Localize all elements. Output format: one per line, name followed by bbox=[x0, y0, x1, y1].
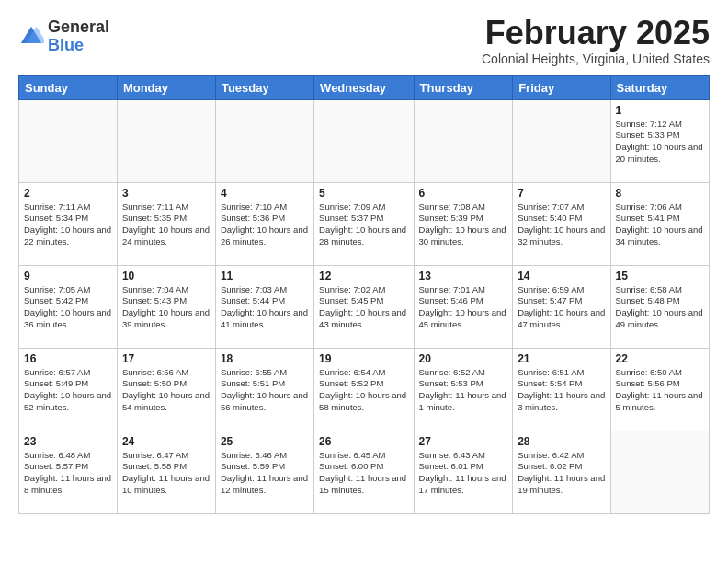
day-number: 27 bbox=[419, 435, 508, 448]
calendar-day-cell: 11Sunrise: 7:03 AM Sunset: 5:44 PM Dayli… bbox=[215, 265, 313, 348]
day-number: 13 bbox=[419, 270, 508, 282]
calendar-day-cell bbox=[414, 99, 513, 182]
page: General Blue February 2025 Colonial Heig… bbox=[0, 0, 728, 523]
calendar-day-cell: 12Sunrise: 7:02 AM Sunset: 5:45 PM Dayli… bbox=[314, 265, 414, 348]
calendar-day-cell: 5Sunrise: 7:09 AM Sunset: 5:37 PM Daylig… bbox=[314, 182, 414, 265]
day-number: 8 bbox=[616, 187, 704, 200]
calendar-day-header: Wednesday bbox=[314, 75, 414, 99]
day-info: Sunrise: 7:03 AM Sunset: 5:44 PM Dayligh… bbox=[221, 284, 309, 331]
calendar-day-cell bbox=[215, 99, 313, 182]
location-subtitle: Colonial Heights, Virginia, United State… bbox=[482, 52, 710, 66]
calendar-day-cell: 1Sunrise: 7:12 AM Sunset: 5:33 PM Daylig… bbox=[610, 99, 709, 182]
header: General Blue February 2025 Colonial Heig… bbox=[18, 15, 710, 66]
calendar-day-cell: 25Sunrise: 6:46 AM Sunset: 5:59 PM Dayli… bbox=[215, 431, 313, 513]
day-info: Sunrise: 6:47 AM Sunset: 5:58 PM Dayligh… bbox=[122, 450, 210, 497]
day-number: 16 bbox=[24, 352, 112, 365]
day-info: Sunrise: 7:08 AM Sunset: 5:39 PM Dayligh… bbox=[419, 201, 508, 248]
day-number: 22 bbox=[616, 352, 704, 365]
calendar-day-cell: 23Sunrise: 6:48 AM Sunset: 5:57 PM Dayli… bbox=[19, 431, 118, 513]
calendar-day-cell: 28Sunrise: 6:42 AM Sunset: 6:02 PM Dayli… bbox=[513, 431, 610, 513]
calendar-day-cell bbox=[513, 99, 610, 182]
calendar-day-cell: 17Sunrise: 6:56 AM Sunset: 5:50 PM Dayli… bbox=[117, 348, 215, 431]
day-number: 15 bbox=[616, 270, 704, 282]
day-info: Sunrise: 7:09 AM Sunset: 5:37 PM Dayligh… bbox=[319, 201, 408, 248]
calendar-week-row: 16Sunrise: 6:57 AM Sunset: 5:49 PM Dayli… bbox=[19, 348, 710, 431]
calendar-day-cell: 26Sunrise: 6:45 AM Sunset: 6:00 PM Dayli… bbox=[314, 431, 414, 513]
calendar-day-header: Friday bbox=[513, 75, 610, 99]
calendar-day-cell: 22Sunrise: 6:50 AM Sunset: 5:56 PM Dayli… bbox=[610, 348, 709, 431]
calendar-day-header: Thursday bbox=[414, 75, 513, 99]
day-info: Sunrise: 6:54 AM Sunset: 5:52 PM Dayligh… bbox=[319, 367, 408, 414]
day-number: 19 bbox=[319, 352, 408, 365]
day-number: 9 bbox=[24, 270, 112, 282]
day-info: Sunrise: 6:48 AM Sunset: 5:57 PM Dayligh… bbox=[24, 450, 112, 497]
day-number: 3 bbox=[122, 187, 210, 200]
day-info: Sunrise: 7:11 AM Sunset: 5:34 PM Dayligh… bbox=[24, 201, 112, 248]
day-info: Sunrise: 7:07 AM Sunset: 5:40 PM Dayligh… bbox=[518, 201, 605, 248]
day-number: 25 bbox=[221, 435, 309, 448]
day-info: Sunrise: 6:55 AM Sunset: 5:51 PM Dayligh… bbox=[221, 367, 309, 414]
calendar-day-cell: 4Sunrise: 7:10 AM Sunset: 5:36 PM Daylig… bbox=[215, 182, 313, 265]
calendar-week-row: 1Sunrise: 7:12 AM Sunset: 5:33 PM Daylig… bbox=[19, 99, 710, 182]
calendar-day-cell: 15Sunrise: 6:58 AM Sunset: 5:48 PM Dayli… bbox=[610, 265, 709, 348]
calendar-day-header: Monday bbox=[117, 75, 215, 99]
day-info: Sunrise: 6:52 AM Sunset: 5:53 PM Dayligh… bbox=[419, 367, 508, 414]
logo-general-label: General bbox=[48, 18, 109, 37]
calendar-day-cell: 6Sunrise: 7:08 AM Sunset: 5:39 PM Daylig… bbox=[414, 182, 513, 265]
month-title: February 2025 bbox=[482, 15, 710, 52]
calendar-day-cell: 18Sunrise: 6:55 AM Sunset: 5:51 PM Dayli… bbox=[215, 348, 313, 431]
day-number: 24 bbox=[122, 435, 210, 448]
calendar-day-cell: 19Sunrise: 6:54 AM Sunset: 5:52 PM Dayli… bbox=[314, 348, 414, 431]
calendar-day-cell: 8Sunrise: 7:06 AM Sunset: 5:41 PM Daylig… bbox=[610, 182, 709, 265]
logo-blue-label: Blue bbox=[48, 37, 109, 55]
day-number: 17 bbox=[122, 352, 210, 365]
calendar-day-cell bbox=[117, 99, 215, 182]
day-number: 2 bbox=[24, 187, 112, 200]
day-info: Sunrise: 7:04 AM Sunset: 5:43 PM Dayligh… bbox=[122, 284, 210, 331]
day-info: Sunrise: 7:05 AM Sunset: 5:42 PM Dayligh… bbox=[24, 284, 112, 331]
title-block: February 2025 Colonial Heights, Virginia… bbox=[482, 15, 710, 66]
day-number: 5 bbox=[319, 187, 408, 200]
calendar-day-cell: 13Sunrise: 7:01 AM Sunset: 5:46 PM Dayli… bbox=[414, 265, 513, 348]
calendar-day-cell: 27Sunrise: 6:43 AM Sunset: 6:01 PM Dayli… bbox=[414, 431, 513, 513]
logo-text: General Blue bbox=[48, 18, 109, 55]
day-info: Sunrise: 6:59 AM Sunset: 5:47 PM Dayligh… bbox=[518, 284, 605, 331]
day-number: 14 bbox=[518, 270, 605, 282]
day-info: Sunrise: 6:51 AM Sunset: 5:54 PM Dayligh… bbox=[518, 367, 605, 414]
day-info: Sunrise: 7:11 AM Sunset: 5:35 PM Dayligh… bbox=[122, 201, 210, 248]
day-number: 26 bbox=[319, 435, 408, 448]
day-info: Sunrise: 6:50 AM Sunset: 5:56 PM Dayligh… bbox=[616, 367, 704, 414]
calendar-week-row: 9Sunrise: 7:05 AM Sunset: 5:42 PM Daylig… bbox=[19, 265, 710, 348]
calendar-day-header: Tuesday bbox=[215, 75, 313, 99]
logo-icon bbox=[18, 24, 44, 50]
day-info: Sunrise: 6:42 AM Sunset: 6:02 PM Dayligh… bbox=[518, 450, 605, 497]
day-info: Sunrise: 7:06 AM Sunset: 5:41 PM Dayligh… bbox=[616, 201, 704, 248]
calendar-header-row: SundayMondayTuesdayWednesdayThursdayFrid… bbox=[19, 75, 710, 99]
day-number: 10 bbox=[122, 270, 210, 282]
day-info: Sunrise: 7:12 AM Sunset: 5:33 PM Dayligh… bbox=[616, 119, 704, 166]
calendar-day-cell bbox=[19, 99, 118, 182]
day-number: 12 bbox=[319, 270, 408, 282]
calendar-day-header: Sunday bbox=[19, 75, 118, 99]
day-number: 18 bbox=[221, 352, 309, 365]
day-info: Sunrise: 7:01 AM Sunset: 5:46 PM Dayligh… bbox=[419, 284, 508, 331]
calendar-day-cell bbox=[314, 99, 414, 182]
day-number: 11 bbox=[221, 270, 309, 282]
day-number: 23 bbox=[24, 435, 112, 448]
calendar-week-row: 23Sunrise: 6:48 AM Sunset: 5:57 PM Dayli… bbox=[19, 431, 710, 513]
day-info: Sunrise: 7:10 AM Sunset: 5:36 PM Dayligh… bbox=[221, 201, 309, 248]
day-info: Sunrise: 7:02 AM Sunset: 5:45 PM Dayligh… bbox=[319, 284, 408, 331]
day-info: Sunrise: 6:57 AM Sunset: 5:49 PM Dayligh… bbox=[24, 367, 112, 414]
calendar-day-cell: 2Sunrise: 7:11 AM Sunset: 5:34 PM Daylig… bbox=[19, 182, 118, 265]
calendar-week-row: 2Sunrise: 7:11 AM Sunset: 5:34 PM Daylig… bbox=[19, 182, 710, 265]
calendar-table: SundayMondayTuesdayWednesdayThursdayFrid… bbox=[18, 75, 710, 514]
day-number: 21 bbox=[518, 352, 605, 365]
day-info: Sunrise: 6:56 AM Sunset: 5:50 PM Dayligh… bbox=[122, 367, 210, 414]
calendar-day-cell: 10Sunrise: 7:04 AM Sunset: 5:43 PM Dayli… bbox=[117, 265, 215, 348]
day-number: 20 bbox=[419, 352, 508, 365]
calendar-day-cell: 24Sunrise: 6:47 AM Sunset: 5:58 PM Dayli… bbox=[117, 431, 215, 513]
calendar-day-cell: 9Sunrise: 7:05 AM Sunset: 5:42 PM Daylig… bbox=[19, 265, 118, 348]
calendar-day-cell: 21Sunrise: 6:51 AM Sunset: 5:54 PM Dayli… bbox=[513, 348, 610, 431]
day-number: 1 bbox=[616, 104, 704, 117]
calendar-day-header: Saturday bbox=[610, 75, 709, 99]
